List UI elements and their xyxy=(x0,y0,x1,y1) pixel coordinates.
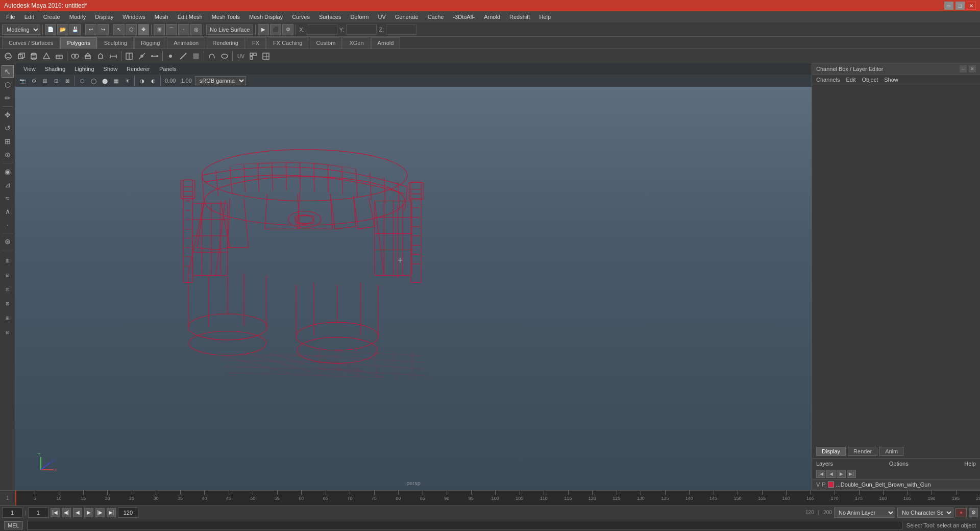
left-panel-btn-6[interactable]: ⊟ xyxy=(1,326,14,339)
mel-mode-label[interactable]: MEL xyxy=(4,521,23,529)
layer-prev-btn[interactable]: |◀ xyxy=(816,470,825,478)
snap-curve-button[interactable]: ⌒ xyxy=(166,24,177,35)
menu-edit-mesh[interactable]: Edit Mesh xyxy=(174,13,207,21)
vp-grid-btn[interactable]: ⊞ xyxy=(40,76,50,85)
vp-smooth-btn[interactable]: ◯ xyxy=(88,76,99,85)
sculpt-btn[interactable] xyxy=(218,50,231,62)
tab-rigging[interactable]: Rigging xyxy=(134,37,166,49)
layer-step-back-btn[interactable]: ◀ xyxy=(826,470,836,478)
step-back-btn[interactable]: ◀| xyxy=(62,508,71,517)
bevel-icon-btn[interactable] xyxy=(94,50,107,62)
tab-curves-surfaces[interactable]: Curves / Surfaces xyxy=(2,37,60,49)
show-manipulator-tool[interactable]: ⊛ xyxy=(2,235,14,248)
move-tool[interactable]: ✥ xyxy=(2,109,14,121)
edge-select-btn[interactable] xyxy=(177,50,189,62)
menu-create[interactable]: Create xyxy=(39,13,64,21)
redo-button[interactable]: ↪ xyxy=(97,24,109,35)
frame-start-input[interactable] xyxy=(28,508,48,518)
menu-mesh-tools[interactable]: Mesh Tools xyxy=(208,13,244,21)
menu-help[interactable]: Help xyxy=(535,13,555,21)
rotate-tool[interactable]: ↺ xyxy=(2,122,14,134)
vertex-select-btn[interactable] xyxy=(164,50,177,62)
uv-editor-btn[interactable]: UV xyxy=(234,50,247,62)
tab-xgen[interactable]: XGen xyxy=(342,37,370,49)
soft-select-tool[interactable]: ◉ xyxy=(2,165,14,178)
unfold-btn[interactable] xyxy=(247,50,259,62)
workspace-selector[interactable]: Modeling xyxy=(2,25,40,35)
tab-sculpting[interactable]: Sculpting xyxy=(97,37,134,49)
new-file-button[interactable]: 📄 xyxy=(45,24,56,35)
vp-wireframe-btn[interactable]: ⬡ xyxy=(77,76,87,85)
timeline-ruler[interactable]: 1510152025303540455055606570758085909510… xyxy=(15,491,980,505)
tab-anim[interactable]: Anim xyxy=(879,447,903,456)
channel-box-close[interactable]: ✕ xyxy=(969,65,976,73)
play-back-btn[interactable]: ◀ xyxy=(73,508,82,517)
insert-edge-loop-btn[interactable] xyxy=(123,50,135,62)
connect-btn[interactable] xyxy=(149,50,161,62)
smooth-btn[interactable] xyxy=(206,50,218,62)
combine-icon-btn[interactable] xyxy=(69,50,81,62)
anim-layer-selector[interactable]: No Anim Layer xyxy=(834,508,895,518)
gamma-selector[interactable]: sRGB gamma xyxy=(195,76,246,85)
menu-generate[interactable]: Generate xyxy=(391,13,423,21)
vp-menu-show[interactable]: Show xyxy=(100,65,122,73)
vp-menu-shading[interactable]: Shading xyxy=(41,65,69,73)
vp-texture-btn[interactable]: ▦ xyxy=(111,76,121,85)
layers-menu-item[interactable]: Layers xyxy=(816,461,833,467)
menu-modify[interactable]: Modify xyxy=(65,13,90,21)
menu-3dtoall[interactable]: -3DtoAll- xyxy=(449,13,479,21)
left-panel-btn-3[interactable]: ⊡ xyxy=(1,283,14,296)
vp-frame-sel-btn[interactable]: ⊠ xyxy=(62,76,72,85)
vp-camera-btn[interactable]: 📷 xyxy=(17,76,28,85)
cb-edit-menu[interactable]: Edit xyxy=(846,77,855,83)
layers-help-menu[interactable]: Help xyxy=(964,461,976,467)
x-coord-input[interactable] xyxy=(307,25,337,35)
snap-view-button[interactable]: ◎ xyxy=(190,24,202,35)
cvs-tool[interactable]: · xyxy=(2,219,14,231)
tab-render[interactable]: Render xyxy=(848,447,877,456)
left-panel-btn-2[interactable]: ⊟ xyxy=(1,269,14,282)
time-options-btn[interactable]: ⚙ xyxy=(969,508,978,517)
extrude-icon-btn[interactable] xyxy=(82,50,94,62)
transform-tool[interactable]: ⊕ xyxy=(2,149,14,161)
menu-arnold[interactable]: Arnold xyxy=(480,13,504,21)
mel-command-input[interactable] xyxy=(27,521,902,530)
vp-menu-lighting[interactable]: Lighting xyxy=(70,65,99,73)
render-settings-button[interactable]: ⚙ xyxy=(282,24,293,35)
channel-box-minimize[interactable]: ─ xyxy=(960,65,967,73)
menu-display[interactable]: Display xyxy=(91,13,117,21)
face-select-btn[interactable] xyxy=(190,50,202,62)
vp-menu-panels[interactable]: Panels xyxy=(155,65,181,73)
minimize-button[interactable]: ─ xyxy=(944,2,953,10)
vp-flat-btn[interactable]: ⬤ xyxy=(100,76,110,85)
lasso-tool[interactable]: ⬡ xyxy=(2,79,14,91)
vp-light-btn[interactable]: ☀ xyxy=(122,76,132,85)
skip-to-end-btn[interactable]: ▶| xyxy=(107,508,116,517)
cylinder-icon-btn[interactable] xyxy=(28,50,40,62)
sculpt-geo-tool[interactable]: ⊿ xyxy=(2,179,14,191)
layout-btn[interactable] xyxy=(260,50,272,62)
layers-options-menu[interactable]: Options xyxy=(889,461,909,467)
vp-ao-btn[interactable]: ◐ xyxy=(148,76,158,85)
command-input-area[interactable] xyxy=(27,521,902,530)
menu-mesh[interactable]: Mesh xyxy=(151,13,173,21)
maximize-button[interactable]: □ xyxy=(955,2,965,10)
vp-menu-view[interactable]: View xyxy=(19,65,40,73)
auto-key-btn[interactable]: ● xyxy=(955,508,967,517)
tab-fx[interactable]: FX xyxy=(246,37,266,49)
skip-to-start-btn[interactable]: |◀ xyxy=(51,508,60,517)
vp-camera-attr-btn[interactable]: ⚙ xyxy=(29,76,39,85)
vp-shadow-btn[interactable]: ◑ xyxy=(137,76,147,85)
sphere-icon-btn[interactable] xyxy=(2,50,14,62)
tab-animation[interactable]: Animation xyxy=(167,37,205,49)
crease-tool[interactable]: ∧ xyxy=(2,205,14,218)
menu-uv[interactable]: UV xyxy=(374,13,389,21)
menu-surfaces[interactable]: Surfaces xyxy=(315,13,345,21)
menu-file[interactable]: File xyxy=(2,13,19,21)
character-set-selector[interactable]: No Character Set xyxy=(897,508,953,518)
tab-rendering[interactable]: Rendering xyxy=(206,37,245,49)
select-tool-button[interactable]: ↖ xyxy=(113,24,125,35)
menu-windows[interactable]: Windows xyxy=(118,13,150,21)
tab-display[interactable]: Display xyxy=(816,447,846,456)
tab-arnold[interactable]: Arnold xyxy=(371,37,401,49)
